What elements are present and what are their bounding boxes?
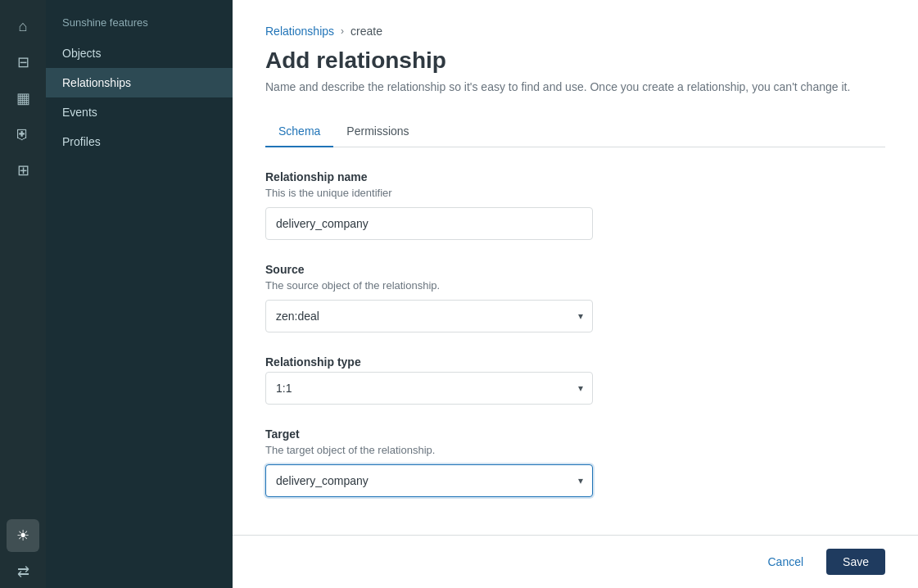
relationship-name-group: Relationship name This is the unique ide…: [265, 170, 885, 240]
relationship-name-hint: This is the unique identifier: [265, 187, 885, 199]
apps-icon[interactable]: ⊞: [7, 154, 39, 187]
dashboard-icon[interactable]: ⊟: [7, 46, 39, 79]
source-label: Source: [265, 263, 885, 276]
sidebar-item-profiles[interactable]: Profiles: [46, 127, 233, 156]
icon-rail: ⌂ ⊟ ▦ ⛨ ⊞ ☀ ⇄: [0, 0, 46, 588]
shield-icon[interactable]: ⛨: [7, 118, 39, 151]
source-group: Source The source object of the relation…: [265, 263, 885, 332]
tabs: Schema Permissions: [265, 116, 885, 147]
sunshine-icon[interactable]: ☀: [7, 519, 39, 552]
breadcrumb-separator: ›: [341, 25, 344, 37]
relationship-type-select[interactable]: 1:1 1:N N:N: [265, 372, 593, 405]
target-select-wrapper: delivery_company zen:ticket zen:user ▾: [265, 464, 593, 497]
breadcrumb-link[interactable]: Relationships: [265, 25, 334, 38]
relationship-type-select-wrapper: 1:1 1:N N:N ▾: [265, 372, 593, 405]
main-area: Relationships › create Add relationship …: [233, 0, 918, 588]
home-icon[interactable]: ⌂: [7, 10, 39, 43]
save-button[interactable]: Save: [826, 549, 885, 575]
sidebar-item-relationships[interactable]: Relationships: [46, 68, 233, 97]
relationship-type-group: Relationship type 1:1 1:N N:N ▾: [265, 355, 885, 405]
tab-permissions[interactable]: Permissions: [333, 116, 422, 147]
target-hint: The target object of the relationship.: [265, 444, 885, 456]
page-title: Add relationship: [265, 47, 885, 74]
sidebar-section-title: Sunshine features: [46, 0, 233, 38]
cancel-button[interactable]: Cancel: [754, 549, 816, 575]
footer: Cancel Save: [233, 535, 918, 588]
sidebar-item-objects[interactable]: Objects: [46, 38, 233, 68]
relationship-type-label: Relationship type: [265, 355, 885, 369]
breadcrumb: Relationships › create: [265, 25, 885, 38]
page-description: Name and describe the relationship so it…: [265, 80, 885, 93]
sidebar-item-events[interactable]: Events: [46, 97, 233, 127]
relationship-name-input[interactable]: [265, 207, 593, 240]
tab-schema[interactable]: Schema: [265, 116, 333, 147]
target-group: Target The target object of the relation…: [265, 427, 885, 497]
source-hint: The source object of the relationship.: [265, 279, 885, 292]
content-area: Relationships › create Add relationship …: [233, 0, 918, 535]
sidebar: Sunshine features Objects Relationships …: [46, 0, 233, 588]
target-select[interactable]: delivery_company zen:ticket zen:user: [265, 464, 593, 497]
relationship-name-label: Relationship name: [265, 170, 885, 183]
source-select-wrapper: zen:deal zen:ticket zen:user zen:organiz…: [265, 300, 593, 332]
breadcrumb-current: create: [350, 25, 382, 38]
view-icon[interactable]: ▦: [7, 82, 39, 115]
transfer-icon[interactable]: ⇄: [7, 555, 39, 588]
target-label: Target: [265, 427, 885, 441]
source-select[interactable]: zen:deal zen:ticket zen:user zen:organiz…: [265, 300, 593, 332]
